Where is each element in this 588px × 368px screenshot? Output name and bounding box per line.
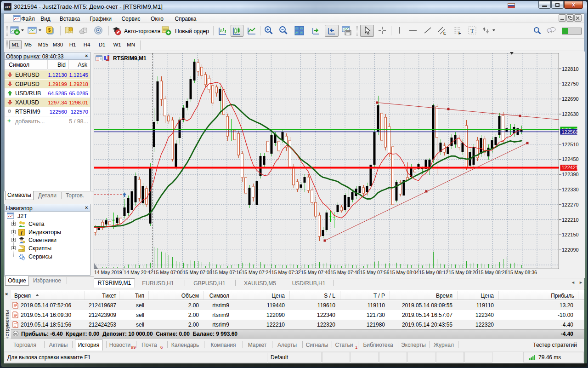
svg-text:15 May 07:40: 15 May 07:40 <box>301 270 330 275</box>
svg-text:122090: 122090 <box>562 247 579 253</box>
svg-text:E: E <box>443 31 446 35</box>
svg-text:15 May 07:24: 15 May 07:24 <box>242 270 271 275</box>
svg-text:15 May 07:08: 15 May 07:08 <box>183 270 212 275</box>
svg-text:15 May 07:56: 15 May 07:56 <box>360 270 390 275</box>
svg-text:122270: 122270 <box>562 202 579 207</box>
svg-text:RTSRIM9,M1: RTSRIM9,M1 <box>113 55 147 62</box>
svg-text:15 May 07:00: 15 May 07:00 <box>153 270 183 275</box>
svg-text:15 May 08:28: 15 May 08:28 <box>478 270 508 275</box>
svg-text:15 May 08:12: 15 May 08:12 <box>419 270 448 275</box>
svg-text:14 May 2019: 14 May 2019 <box>94 270 122 275</box>
svg-text:15 May 08:20: 15 May 08:20 <box>449 270 478 275</box>
svg-text:122150: 122150 <box>562 232 579 237</box>
svg-text:122810: 122810 <box>562 66 579 72</box>
svg-text:122210: 122210 <box>562 217 579 223</box>
svg-text:F: F <box>458 31 461 35</box>
svg-text:122421: 122421 <box>562 165 579 170</box>
svg-text:122390: 122390 <box>562 172 579 177</box>
svg-text:15 May 08:04: 15 May 08:04 <box>390 270 419 275</box>
svg-text:15 May 07:48: 15 May 07:48 <box>330 270 360 275</box>
svg-text:14 May 20:42: 14 May 20:42 <box>124 270 153 275</box>
svg-text:122750: 122750 <box>562 81 579 86</box>
svg-text:122560: 122560 <box>562 129 579 135</box>
svg-text:122450: 122450 <box>562 156 579 162</box>
svg-text:15 May 07:32: 15 May 07:32 <box>271 270 301 275</box>
svg-text:T: T <box>470 28 474 34</box>
svg-text:$: $ <box>48 28 51 33</box>
svg-text:122630: 122630 <box>562 111 579 117</box>
svg-text:122330: 122330 <box>562 187 579 192</box>
svg-text:15 May 08:36: 15 May 08:36 <box>508 270 537 275</box>
svg-text:15 May 07:16: 15 May 07:16 <box>212 270 242 275</box>
svg-text:122510: 122510 <box>562 142 579 147</box>
svg-text:122690: 122690 <box>562 96 579 102</box>
